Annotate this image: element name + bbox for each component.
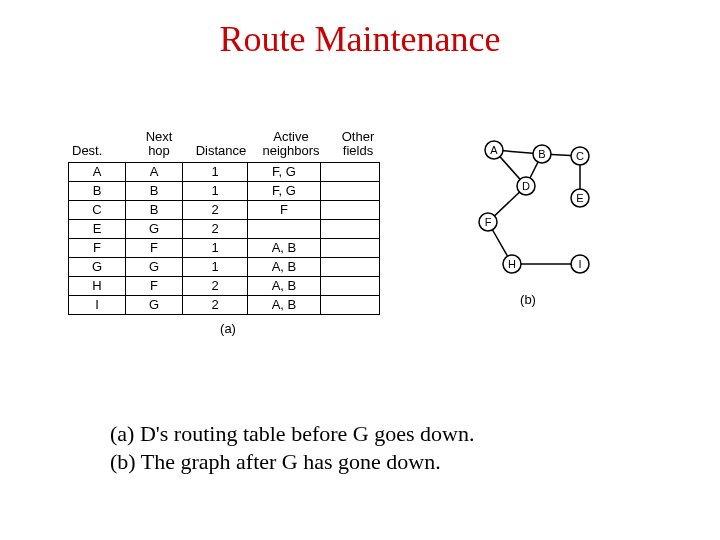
graph-node-label: E (576, 192, 583, 204)
cell-hop: G (126, 295, 183, 314)
table-row: GG1A, B (69, 257, 380, 276)
graph-node-label: H (508, 258, 516, 270)
cell-dest: H (69, 276, 126, 295)
cell-dist: 2 (183, 219, 248, 238)
table-row: EG2 (69, 219, 380, 238)
graph-node-label: C (576, 150, 584, 162)
graph-node-label: F (485, 216, 492, 228)
cell-nbr (248, 219, 321, 238)
table-row: IG2A, B (69, 295, 380, 314)
cell-nbr: F, G (248, 181, 321, 200)
table-row: HF2A, B (69, 276, 380, 295)
cell-dist: 1 (183, 181, 248, 200)
graph-node-label: A (490, 144, 498, 156)
cell-hop: B (126, 181, 183, 200)
cell-dist: 2 (183, 276, 248, 295)
caption-line-b: (b) The graph after G has gone down. (110, 448, 474, 476)
cell-nbr: F (248, 200, 321, 219)
caption-line-a: (a) D's routing table before G goes down… (110, 420, 474, 448)
cell-other (321, 238, 380, 257)
cell-other (321, 200, 380, 219)
figure-area: Dest. Next hop Distance Active neighbors (68, 130, 668, 336)
cell-nbr: A, B (248, 257, 321, 276)
cell-hop: A (126, 162, 183, 181)
table-headers: Dest. Next hop Distance Active neighbors (68, 130, 388, 162)
col-header-other-fields: Other fields (328, 130, 388, 162)
col-header-distance: Distance (188, 130, 254, 162)
graph-node-label: I (578, 258, 581, 270)
cell-other (321, 181, 380, 200)
slide-title: Route Maintenance (0, 18, 720, 60)
cell-other (321, 257, 380, 276)
cell-dest: G (69, 257, 126, 276)
cell-dest: I (69, 295, 126, 314)
cell-nbr: A, B (248, 238, 321, 257)
cell-dist: 2 (183, 200, 248, 219)
cell-dist: 2 (183, 295, 248, 314)
cell-other (321, 219, 380, 238)
sublabel-a: (a) (68, 321, 388, 336)
caption: (a) D's routing table before G goes down… (110, 420, 474, 475)
table-row: BB1F, G (69, 181, 380, 200)
slide: Route Maintenance Dest. Next hop Dis (0, 0, 720, 540)
cell-other (321, 162, 380, 181)
cell-nbr: A, B (248, 276, 321, 295)
cell-dest: E (69, 219, 126, 238)
table-row: AA1F, G (69, 162, 380, 181)
cell-hop: B (126, 200, 183, 219)
table-row: CB2F (69, 200, 380, 219)
sublabel-b: (b) (448, 292, 608, 307)
col-header-active-neighbors: Active neighbors (254, 130, 328, 162)
network-graph: ABCDEFHI (448, 136, 608, 286)
cell-hop: F (126, 238, 183, 257)
graph-node-label: D (522, 180, 530, 192)
table-row: FF1A, B (69, 238, 380, 257)
cell-dest: B (69, 181, 126, 200)
cell-nbr: F, G (248, 162, 321, 181)
col-header-next-hop: Next hop (130, 130, 188, 162)
routing-table: AA1F, GBB1F, GCB2FEG2FF1A, BGG1A, BHF2A,… (68, 162, 380, 315)
routing-table-wrap: Dest. Next hop Distance Active neighbors (68, 130, 388, 336)
cell-hop: F (126, 276, 183, 295)
cell-hop: G (126, 257, 183, 276)
cell-dest: F (69, 238, 126, 257)
cell-dist: 1 (183, 257, 248, 276)
cell-other (321, 295, 380, 314)
cell-other (321, 276, 380, 295)
cell-hop: G (126, 219, 183, 238)
graph-wrap: ABCDEFHI (b) (448, 136, 608, 307)
cell-dest: C (69, 200, 126, 219)
cell-dist: 1 (183, 162, 248, 181)
cell-dest: A (69, 162, 126, 181)
cell-nbr: A, B (248, 295, 321, 314)
graph-node-label: B (538, 148, 545, 160)
col-header-dest: Dest. (68, 130, 130, 162)
cell-dist: 1 (183, 238, 248, 257)
